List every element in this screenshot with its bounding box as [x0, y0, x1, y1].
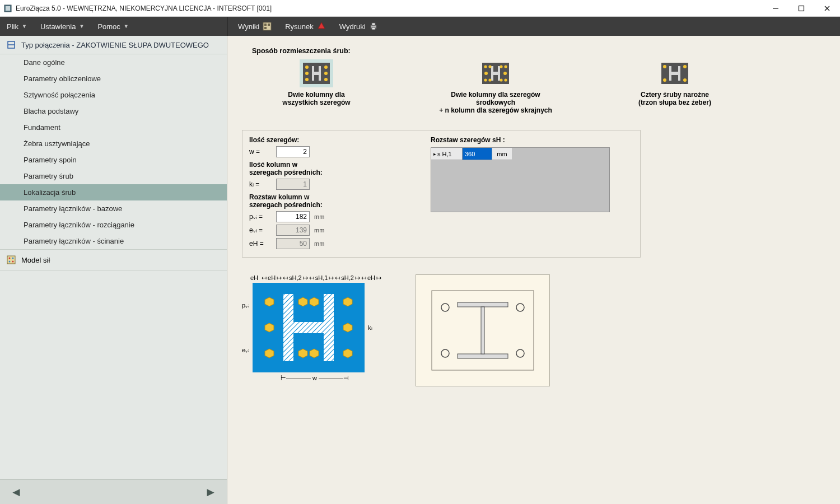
option-label-line2: + n kolumn dla szeregów skrajnych — [431, 106, 560, 114]
evi-input — [276, 225, 310, 236]
diagram-left — [253, 283, 365, 372]
w-label: w = — [249, 148, 272, 156]
svg-rect-13 — [372, 27, 375, 30]
sidebar-item-lacz-bazowe[interactable]: Parametry łączników - bazowe — [0, 200, 227, 217]
svg-point-43 — [500, 78, 502, 81]
menu-ustawienia[interactable]: Ustawienia▼ — [34, 17, 91, 36]
print-icon — [369, 22, 378, 31]
menu-plik[interactable]: Plik▼ — [0, 17, 34, 36]
nav-next-button[interactable]: ► — [204, 485, 217, 500]
option-icon — [300, 59, 333, 87]
svg-rect-48 — [669, 72, 680, 75]
option-two-columns-all[interactable]: Dwie kolumny dla wszystkich szeregów — [252, 59, 381, 114]
sidebar-item-fundament[interactable]: Fundament — [0, 119, 227, 136]
grid-row-header[interactable]: ▸s H,1 — [431, 148, 463, 160]
svg-point-27 — [305, 78, 309, 81]
svg-marker-60 — [265, 323, 274, 332]
toolbar-rysunek[interactable]: Rysunek — [278, 17, 333, 36]
window-close-button[interactable] — [814, 0, 840, 17]
svg-marker-63 — [298, 349, 307, 358]
ki-input — [276, 179, 310, 190]
cols-count-label1: Ilość kolumn w — [249, 161, 417, 169]
toolbar-label: Wydruki — [339, 22, 366, 31]
svg-point-52 — [683, 78, 687, 82]
dim-w: w — [312, 375, 317, 381]
nav-prev-button[interactable]: ◄ — [10, 485, 22, 500]
diagrams-row: eH ↤eH↦ ↤sH,2↦ ↤sH,1↦ ↤sH,2↦ ↤eH↦ pᵥᵢ eᵥ… — [242, 274, 825, 386]
svg-marker-61 — [265, 349, 274, 358]
sidebar-item-parametry-obliczeniowe[interactable]: Parametry obliczeniowe — [0, 71, 227, 87]
options-title: Sposób rozmieszczenia śrub: — [252, 47, 825, 55]
svg-rect-7 — [264, 24, 267, 26]
svg-point-75 — [441, 349, 449, 357]
app-icon — [3, 4, 12, 13]
params-panel: Ilość szeregów: w = Ilość kolumn w szere… — [242, 130, 641, 258]
menu-label: Ustawienia — [40, 22, 76, 31]
dim-sh1: sH,1 — [315, 274, 328, 282]
svg-rect-9 — [264, 27, 267, 29]
col-spacing-label2: szeregach pośrednich: — [249, 201, 417, 209]
sidebar: Typ połączenia - ZAKOTWIENIE SŁUPA DWUTE… — [0, 36, 227, 504]
diagram-left-wrap: eH ↤eH↦ ↤sH,2↦ ↤sH,1↦ ↤sH,2↦ ↤eH↦ pᵥᵢ eᵥ… — [242, 274, 388, 386]
menu-label: Pomoc — [97, 22, 120, 31]
sidebar-item-dane-ogolne[interactable]: Dane ogólne — [0, 54, 227, 71]
svg-point-35 — [484, 65, 487, 68]
svg-point-36 — [488, 65, 491, 68]
sidebar-item-lacz-scinanie[interactable]: Parametry łączników - ścinanie — [0, 233, 227, 249]
sidebar-model-sil[interactable]: Model sił — [0, 249, 227, 270]
menu-label: Plik — [7, 22, 18, 31]
svg-marker-10 — [318, 22, 325, 29]
w-input[interactable] — [276, 146, 310, 157]
sidebar-item-lokalizacja-srub[interactable]: Lokalizacja śrub — [0, 184, 227, 200]
grid-row-header-text: s H,1 — [437, 151, 452, 157]
svg-point-17 — [9, 258, 11, 259]
option-label-line1: Dwie kolumny dla — [252, 91, 381, 99]
grid-cell-value[interactable]: 360 — [463, 148, 492, 160]
sidebar-item-zebra[interactable]: Żebra usztywniające — [0, 136, 227, 152]
dim-pvi: pᵥᵢ — [242, 302, 249, 309]
sidebar-item-sztywnosc[interactable]: Sztywność połączenia — [0, 87, 227, 103]
svg-point-50 — [683, 65, 687, 68]
sidebar-header[interactable]: Typ połączenia - ZAKOTWIENIE SŁUPA DWUTE… — [0, 36, 227, 54]
row-spacing-grid[interactable]: ▸s H,1 360 mm — [431, 147, 610, 212]
svg-point-20 — [12, 261, 14, 263]
option-label-line2: wszystkich szeregów — [252, 99, 381, 106]
eh-input — [276, 238, 310, 249]
menubar: Plik▼ Ustawienia▼ Pomoc▼ Wyniki Rysunek … — [0, 17, 840, 36]
toolbar-label: Wyniki — [238, 22, 259, 31]
toolbar-wydruki[interactable]: Wydruki — [333, 17, 385, 36]
window-maximize-button[interactable] — [788, 0, 814, 17]
sidebar-footer-label: Model sił — [21, 256, 50, 264]
menu-pomoc[interactable]: Pomoc▼ — [91, 17, 135, 36]
svg-point-40 — [503, 72, 507, 75]
option-four-corner-bolts[interactable]: Cztery śruby narożne (trzon słupa bez że… — [610, 59, 739, 114]
params-left: Ilość szeregów: w = Ilość kolumn w szere… — [249, 136, 417, 249]
dim-sh2b: sH,2 — [341, 274, 354, 282]
sidebar-item-blacha[interactable]: Blacha podstawy — [0, 103, 227, 119]
toolbar-wyniki[interactable]: Wyniki — [231, 17, 278, 36]
sidebar-items: Dane ogólne Parametry obliczeniowe Sztyw… — [0, 54, 227, 249]
diagram-right — [416, 274, 550, 386]
dim-eh-r: eH — [367, 274, 375, 282]
svg-marker-68 — [343, 349, 352, 358]
params-right: Rozstaw szeregów sH : ▸s H,1 360 mm — [431, 136, 633, 249]
svg-point-49 — [663, 65, 666, 68]
sidebar-item-srub[interactable]: Parametry śrub — [0, 168, 227, 184]
evi-label: eᵥᵢ = — [249, 226, 272, 234]
svg-rect-34 — [491, 72, 500, 75]
bolt-layout-options: Dwie kolumny dla wszystkich szeregów Dwi… — [252, 59, 825, 114]
dim-ki: kᵢ — [368, 324, 372, 332]
dim-evi: eᵥᵢ — [242, 347, 249, 354]
svg-rect-24 — [312, 72, 321, 75]
window-minimize-button[interactable] — [763, 0, 788, 17]
option-two-columns-mid-n-edge[interactable]: Dwie kolumny dla szeregów środkowych + n… — [431, 59, 560, 114]
pvi-input[interactable] — [276, 211, 310, 222]
main-panel: Sposób rozmieszczenia śrub: Dwie kolumny… — [227, 36, 840, 504]
sidebar-item-spoin[interactable]: Parametry spoin — [0, 152, 227, 168]
sidebar-item-lacz-rozciaganie[interactable]: Parametry łączników - rozciąganie — [0, 217, 227, 233]
svg-rect-71 — [458, 354, 508, 358]
option-label-line1: Cztery śruby narożne — [610, 91, 739, 99]
sidebar-header-label: Typ połączenia - ZAKOTWIENIE SŁUPA DWUTE… — [21, 41, 209, 49]
svg-marker-66 — [343, 297, 352, 306]
row-spacing-label: Rozstaw szeregów sH : — [431, 136, 633, 144]
